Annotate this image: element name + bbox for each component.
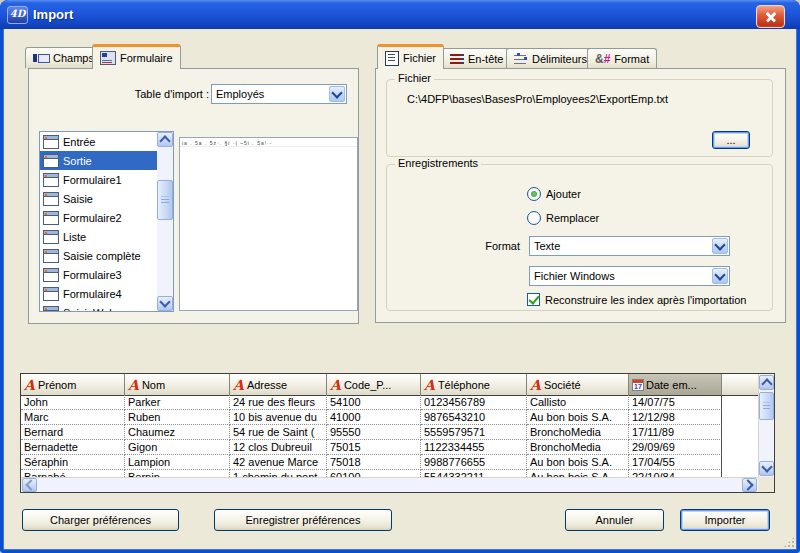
enregistrements-group-title: Enregistrements <box>395 157 481 169</box>
column-header-nom[interactable]: ANom <box>125 374 230 395</box>
form-icon <box>43 135 59 149</box>
list-item-selected[interactable]: Sortie <box>40 151 157 170</box>
chevron-down-icon <box>159 296 170 307</box>
file-format-value: Fichier Windows <box>534 270 615 282</box>
table-row[interactable]: JohnParker24 rue des fleurs5410001234567… <box>21 395 758 410</box>
4d-app-icon <box>7 6 28 24</box>
scrollbar-thumb[interactable] <box>157 180 173 220</box>
format-select[interactable]: Texte <box>529 236 730 256</box>
cell: Au bon bois S.A. <box>527 470 629 477</box>
tab-format-label: Format <box>614 53 649 65</box>
scroll-down-button[interactable] <box>157 296 173 311</box>
data-preview-table: APrénom ANom AAdresse ACode_P... ATéléph… <box>20 373 775 493</box>
column-header-code-postal[interactable]: ACode_P... <box>327 374 421 395</box>
scrollbar-corner <box>758 477 774 492</box>
load-preferences-button[interactable]: Charger préférences <box>22 509 179 531</box>
form-icon <box>43 211 59 225</box>
table-import-select[interactable]: Employés <box>211 84 347 104</box>
list-item[interactable]: Entrée <box>40 132 157 151</box>
browse-button-label: ... <box>726 134 735 146</box>
column-header-date-selected[interactable]: Date em... <box>629 374 722 395</box>
cell: 5559579571 <box>421 425 527 440</box>
tab-entete-label: En-tête <box>468 53 503 65</box>
table-row[interactable]: MarcRuben10 bis avenue du410009876543210… <box>21 410 758 425</box>
close-icon[interactable] <box>756 5 785 28</box>
radio-unselected-icon[interactable] <box>527 211 541 225</box>
file-format-dropdown-button[interactable] <box>712 268 728 284</box>
scroll-right-button[interactable] <box>742 478 757 492</box>
scrollbar-thumb[interactable] <box>759 392 774 420</box>
scroll-down-button[interactable] <box>759 461 774 476</box>
list-item[interactable]: Formulaire3 <box>40 265 157 284</box>
column-header-prenom[interactable]: APrénom <box>21 374 125 395</box>
chevron-down-icon <box>331 87 342 98</box>
list-item-label: Formulaire4 <box>63 288 122 300</box>
scroll-left-button[interactable] <box>22 478 37 492</box>
date-field-icon <box>632 379 644 391</box>
format-dropdown-button[interactable] <box>712 238 728 254</box>
fichier-pane: Fichier C:\4DFP\bases\BasesPro\Employees… <box>375 68 786 323</box>
column-header-societe[interactable]: ASociété <box>527 374 629 395</box>
tab-champs-label: Champs <box>53 52 94 64</box>
list-item[interactable]: Formulaire2 <box>40 208 157 227</box>
resize-grip-icon[interactable] <box>783 536 795 548</box>
list-item[interactable]: SaisieWeb <box>40 303 157 312</box>
cell: Bernard <box>21 425 125 440</box>
enregistrements-group: Enregistrements Ajouter Remplacer Format… <box>386 164 773 311</box>
table-import-dropdown-button[interactable] <box>329 86 345 102</box>
cell: Bernin <box>125 470 230 477</box>
cancel-button[interactable]: Annuler <box>565 509 664 531</box>
list-item[interactable]: Saisie complète <box>40 246 157 265</box>
tab-fichier[interactable]: Fichier <box>377 44 444 69</box>
browse-button[interactable]: ... <box>712 131 750 149</box>
cell: 60100 <box>327 470 421 477</box>
list-item[interactable]: Liste <box>40 227 157 246</box>
tab-champs[interactable]: Champs <box>25 47 102 68</box>
table-row[interactable]: BernardChaumez54 rue de Saint (955505559… <box>21 425 758 440</box>
alpha-field-icon: A <box>233 379 244 391</box>
form-preview-thumbnail: ia . 5a . 5z·. §i ·| ~5i . 5a!·- <box>180 138 357 147</box>
import-button[interactable]: Importer <box>680 509 770 531</box>
checkbox-checked-icon[interactable] <box>527 293 540 306</box>
cell: 41000 <box>327 410 421 425</box>
column-header-filler <box>722 374 758 395</box>
list-item-label: Saisie complète <box>63 250 141 262</box>
formulaire-pane: Table d'import : Employés Entrée Sortie … <box>28 68 359 324</box>
list-item[interactable]: Formulaire1 <box>40 170 157 189</box>
table-horizontal-scrollbar[interactable] <box>21 477 758 492</box>
forms-list[interactable]: Entrée Sortie Formulaire1 Saisie Formula… <box>39 131 174 312</box>
title-bar[interactable]: Import <box>0 0 800 29</box>
table-row-partial[interactable]: BarnabéBernin1 chemin du pont60100554433… <box>21 470 758 477</box>
rebuild-index-checkbox[interactable]: Reconstruire les index après l'importati… <box>527 293 746 306</box>
tab-format[interactable]: &# Format <box>587 48 657 69</box>
column-header-label: Société <box>544 379 581 391</box>
table-row[interactable]: BernadetteGigon12 clos Dubreuil750151122… <box>21 440 758 455</box>
list-item[interactable]: Formulaire4 <box>40 284 157 303</box>
column-header-adresse[interactable]: AAdresse <box>230 374 327 395</box>
save-preferences-button[interactable]: Enregistrer préférences <box>214 509 392 531</box>
file-format-select[interactable]: Fichier Windows <box>529 266 730 286</box>
format-label: Format <box>442 240 520 252</box>
form-icon <box>43 154 59 168</box>
tab-delimiteurs[interactable]: Délimiteurs <box>506 48 595 69</box>
radio-remplacer[interactable]: Remplacer <box>527 211 599 225</box>
cell: 75015 <box>327 440 421 455</box>
radio-remplacer-label: Remplacer <box>546 212 599 224</box>
table-vertical-scrollbar[interactable] <box>758 374 774 477</box>
tab-formulaire[interactable]: Formulaire <box>92 44 181 69</box>
scroll-up-button[interactable] <box>759 375 774 390</box>
table-row[interactable]: SéraphinLampion42 avenue Marce7501899887… <box>21 455 758 470</box>
cell: Ruben <box>125 410 230 425</box>
radio-selected-icon[interactable] <box>527 187 541 201</box>
tab-entete[interactable]: En-tête <box>442 48 511 69</box>
radio-ajouter[interactable]: Ajouter <box>527 187 581 201</box>
forms-list-scrollbar[interactable] <box>157 132 173 311</box>
chevron-down-icon <box>714 269 725 280</box>
scroll-up-button[interactable] <box>157 132 173 147</box>
cell: 75018 <box>327 455 421 470</box>
form-icon <box>43 173 59 187</box>
list-item[interactable]: Saisie <box>40 189 157 208</box>
column-header-telephone[interactable]: ATéléphone <box>421 374 527 395</box>
field-icon <box>33 53 49 63</box>
chevron-left-icon <box>25 479 36 490</box>
